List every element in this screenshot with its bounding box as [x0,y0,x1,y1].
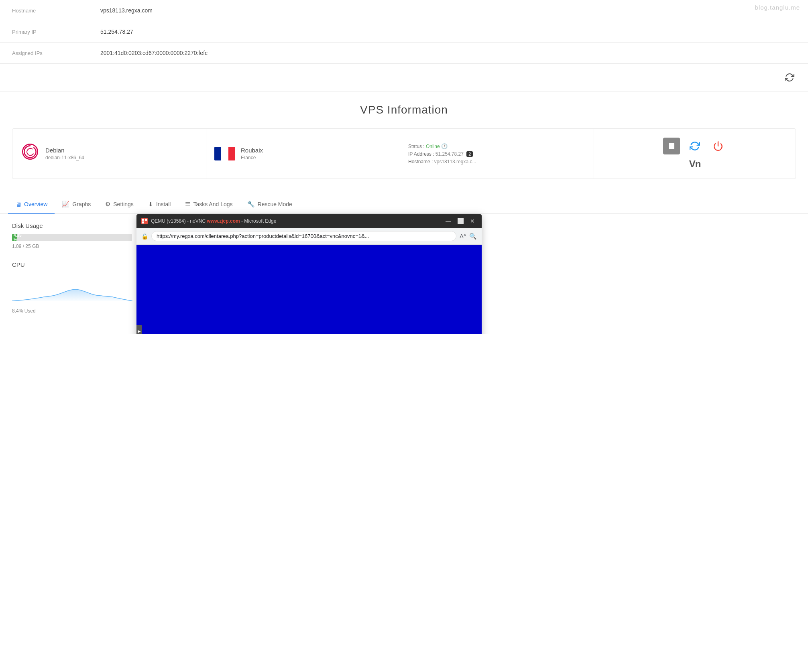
vnc-terminal-screen[interactable]: ▶ [136,245,482,334]
debian-logo-icon [20,144,40,164]
ip-address-line: IP Address : 51.254.78.27 2 [408,151,476,157]
lock-icon: 🔒 [141,233,148,240]
vnc-title-text: QEMU (v13584) - noVNC www.zjcp.com - Mic… [151,218,441,224]
os-version: debian-11-x86_64 [45,155,84,160]
svg-rect-6 [145,221,147,223]
vnc-window[interactable]: QEMU (v13584) - noVNC www.zjcp.com - Mic… [136,214,482,334]
stop-button[interactable] [663,138,680,154]
location-card-text: Roubaix France [241,147,263,160]
status-card-text: Status : Online 🕐 IP Address : 51.254.78… [408,143,476,164]
watermark: blog.tanglu.me [755,4,800,11]
clock-icon: 🕐 [441,143,448,149]
cpu-title: CPU [12,261,132,268]
status-line: Status : Online 🕐 [408,143,476,149]
address-url-bar[interactable]: https://my.regxa.com/clientarea.php?acti… [151,231,456,241]
tab-tasks[interactable]: ☰ Tasks And Logs [178,195,240,214]
disk-usage-section: Disk Usage 4.35 % 1.09 / 25 GB [12,222,132,249]
assigned-ips-label: Assigned IPs [12,50,100,56]
maximize-button[interactable]: ⬜ [456,217,465,225]
disk-progress-fill: 4.35 % [12,234,17,241]
disk-used-label: 1.09 / 25 GB [12,244,132,249]
action-card: Vn [594,129,796,179]
graphs-tab-icon: 📈 [62,201,69,208]
hostname-status-label: Hostname : [408,159,433,164]
hostname-label: Hostname [12,8,100,14]
restart-button[interactable] [686,138,703,154]
os-card: Debian debian-11-x86_64 [12,129,206,179]
svg-point-0 [22,144,37,159]
refresh-row [0,64,808,91]
svg-rect-4 [145,219,147,221]
vnc-label: Vn [689,158,701,170]
status-online-value: Online [426,144,440,149]
primary-ip-row: Primary IP 51.254.78.27 [0,21,808,43]
disk-usage-title: Disk Usage [12,222,132,229]
city-name: Roubaix [241,147,263,154]
disk-progress-bar-wrap: 4.35 % [12,234,132,241]
tab-install[interactable]: ⬇ Install [141,195,178,214]
flag-red-stripe [228,147,235,160]
vnc-side-handle[interactable]: ▶ [136,325,142,334]
tab-graphs[interactable]: 📈 Graphs [55,195,98,214]
info-cards-row: Debian debian-11-x86_64 Roubaix France [12,128,796,179]
primary-ip-value: 51.254.78.27 [100,28,133,35]
vps-info-title: VPS Information [12,104,796,116]
tab-settings[interactable]: ⚙ Settings [98,195,141,214]
tasks-tab-icon: ☰ [185,201,190,208]
power-button[interactable] [710,138,727,154]
close-button[interactable]: ✕ [468,217,477,225]
ip-count-badge: 2 [466,151,473,157]
country-name: France [241,155,263,160]
status-card: Status : Online 🕐 IP Address : 51.254.78… [400,129,594,179]
svg-rect-5 [142,221,144,223]
cpu-section: CPU 8.4% Used [12,261,132,314]
browser-action-icons: Aᴬ 🔍 [460,233,477,240]
assigned-ips-row: Assigned IPs 2001:41d0:0203:cd67:0000:00… [0,43,808,64]
cpu-chart [12,273,132,305]
settings-tab-icon: ⚙ [105,201,110,208]
vnc-button[interactable]: Vn [689,158,701,170]
flag-white-stripe [221,147,228,160]
browser-addressbar: 🔒 https://my.regxa.com/clientarea.php?ac… [136,228,482,245]
overview-tab-label: Overview [24,201,47,207]
svg-rect-1 [669,143,674,149]
info-table: Hostname vps18113.regxa.com Primary IP 5… [0,0,808,64]
zoom-icon[interactable]: 🔍 [469,233,477,240]
location-card: Roubaix France [206,129,400,179]
tasks-tab-label: Tasks And Logs [193,201,232,207]
ip-address-value: 51.254.78.27 [436,151,464,157]
reader-view-icon[interactable]: Aᴬ [460,233,466,240]
rescue-tab-icon: 🔧 [247,201,255,208]
tab-rescue[interactable]: 🔧 Rescue Mode [240,195,299,214]
disk-percent-label: 4.35 % [14,234,21,241]
graphs-tab-label: Graphs [72,201,91,207]
hostname-value: vps18113.regxa.com [100,7,153,14]
settings-tab-label: Settings [113,201,134,207]
left-panel: Disk Usage 4.35 % 1.09 / 25 GB CPU [0,214,145,334]
vnc-window-controls: — ⬜ ✕ [444,217,477,225]
vnc-watermark-text: www.zjcp.com [207,218,240,224]
france-flag-icon [214,147,235,160]
os-name: Debian [45,147,84,154]
assigned-ips-value: 2001:41d0:0203:cd67:0000:0000:2270:fefc [100,50,208,56]
install-tab-icon: ⬇ [148,201,153,208]
refresh-button[interactable] [783,71,796,84]
os-card-text: Debian debian-11-x86_64 [45,147,84,160]
svg-rect-3 [142,219,144,221]
tabs-row: 🖥 Overview 📈 Graphs ⚙ Settings ⬇ Install… [0,195,808,214]
primary-ip-label: Primary IP [12,29,100,35]
overview-tab-icon: 🖥 [15,201,21,208]
minimize-button[interactable]: — [444,217,453,225]
ip-address-label: IP Address : [408,151,434,157]
hostname-status-value: vps18113.regxa.c... [434,159,476,164]
status-label: Status : [408,144,425,149]
hostname-row: Hostname vps18113.regxa.com [0,0,808,21]
install-tab-label: Install [156,201,171,207]
tab-overview[interactable]: 🖥 Overview [8,195,55,214]
vnc-titlebar: QEMU (v13584) - noVNC www.zjcp.com - Mic… [136,214,482,228]
hostname-status-line: Hostname : vps18113.regxa.c... [408,159,476,164]
rescue-tab-label: Rescue Mode [258,201,292,207]
cpu-used-label: 8.4% Used [12,308,132,314]
flag-blue-stripe [214,147,221,160]
vnc-favicon-icon [141,218,148,224]
